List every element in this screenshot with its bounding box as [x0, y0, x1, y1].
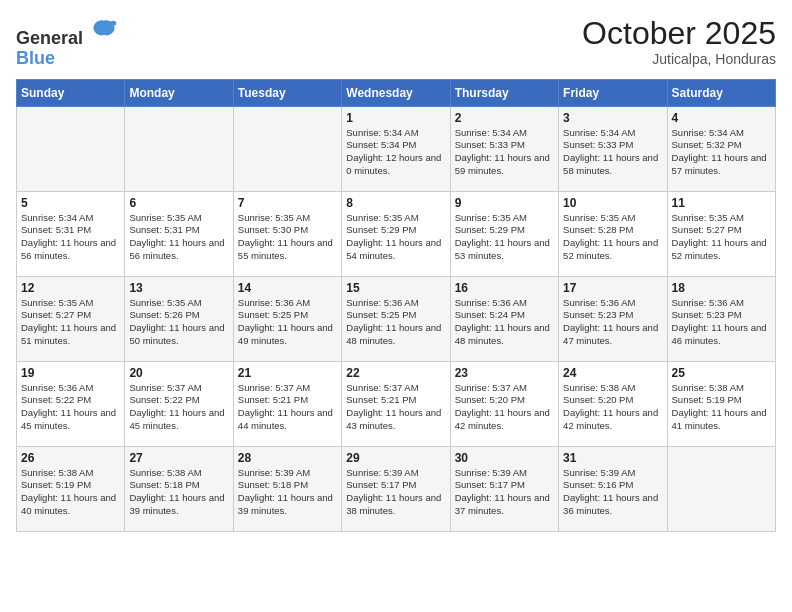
- day-number: 26: [21, 451, 120, 465]
- col-header-saturday: Saturday: [667, 79, 775, 106]
- calendar-cell: [17, 106, 125, 191]
- day-info: Sunrise: 5:38 AMSunset: 5:19 PMDaylight:…: [672, 382, 771, 433]
- day-info: Sunrise: 5:38 AMSunset: 5:20 PMDaylight:…: [563, 382, 662, 433]
- day-number: 8: [346, 196, 445, 210]
- calendar-cell: 9Sunrise: 5:35 AMSunset: 5:29 PMDaylight…: [450, 191, 558, 276]
- day-number: 12: [21, 281, 120, 295]
- calendar-cell: 12Sunrise: 5:35 AMSunset: 5:27 PMDayligh…: [17, 276, 125, 361]
- calendar-cell: 20Sunrise: 5:37 AMSunset: 5:22 PMDayligh…: [125, 361, 233, 446]
- day-number: 11: [672, 196, 771, 210]
- day-info: Sunrise: 5:39 AMSunset: 5:17 PMDaylight:…: [455, 467, 554, 518]
- calendar-cell: 22Sunrise: 5:37 AMSunset: 5:21 PMDayligh…: [342, 361, 450, 446]
- calendar-cell: 13Sunrise: 5:35 AMSunset: 5:26 PMDayligh…: [125, 276, 233, 361]
- day-info: Sunrise: 5:35 AMSunset: 5:26 PMDaylight:…: [129, 297, 228, 348]
- calendar-cell: [125, 106, 233, 191]
- day-number: 9: [455, 196, 554, 210]
- calendar-cell: 19Sunrise: 5:36 AMSunset: 5:22 PMDayligh…: [17, 361, 125, 446]
- col-header-friday: Friday: [559, 79, 667, 106]
- day-info: Sunrise: 5:36 AMSunset: 5:24 PMDaylight:…: [455, 297, 554, 348]
- calendar-cell: 23Sunrise: 5:37 AMSunset: 5:20 PMDayligh…: [450, 361, 558, 446]
- calendar-cell: 18Sunrise: 5:36 AMSunset: 5:23 PMDayligh…: [667, 276, 775, 361]
- day-info: Sunrise: 5:37 AMSunset: 5:20 PMDaylight:…: [455, 382, 554, 433]
- day-info: Sunrise: 5:37 AMSunset: 5:22 PMDaylight:…: [129, 382, 228, 433]
- day-number: 31: [563, 451, 662, 465]
- day-number: 14: [238, 281, 337, 295]
- day-info: Sunrise: 5:38 AMSunset: 5:19 PMDaylight:…: [21, 467, 120, 518]
- month-title: October 2025: [582, 16, 776, 51]
- calendar-cell: 6Sunrise: 5:35 AMSunset: 5:31 PMDaylight…: [125, 191, 233, 276]
- day-number: 2: [455, 111, 554, 125]
- col-header-monday: Monday: [125, 79, 233, 106]
- col-header-tuesday: Tuesday: [233, 79, 341, 106]
- day-number: 13: [129, 281, 228, 295]
- day-info: Sunrise: 5:39 AMSunset: 5:17 PMDaylight:…: [346, 467, 445, 518]
- calendar-cell: 29Sunrise: 5:39 AMSunset: 5:17 PMDayligh…: [342, 446, 450, 531]
- calendar-cell: 4Sunrise: 5:34 AMSunset: 5:32 PMDaylight…: [667, 106, 775, 191]
- day-info: Sunrise: 5:34 AMSunset: 5:33 PMDaylight:…: [455, 127, 554, 178]
- calendar-cell: 16Sunrise: 5:36 AMSunset: 5:24 PMDayligh…: [450, 276, 558, 361]
- week-row-1: 1Sunrise: 5:34 AMSunset: 5:34 PMDaylight…: [17, 106, 776, 191]
- calendar-cell: 28Sunrise: 5:39 AMSunset: 5:18 PMDayligh…: [233, 446, 341, 531]
- day-number: 23: [455, 366, 554, 380]
- day-number: 20: [129, 366, 228, 380]
- day-info: Sunrise: 5:35 AMSunset: 5:27 PMDaylight:…: [21, 297, 120, 348]
- location-subtitle: Juticalpa, Honduras: [582, 51, 776, 67]
- calendar-cell: 17Sunrise: 5:36 AMSunset: 5:23 PMDayligh…: [559, 276, 667, 361]
- logo-line1: General: [16, 16, 118, 49]
- day-info: Sunrise: 5:36 AMSunset: 5:23 PMDaylight:…: [563, 297, 662, 348]
- day-info: Sunrise: 5:36 AMSunset: 5:23 PMDaylight:…: [672, 297, 771, 348]
- day-info: Sunrise: 5:34 AMSunset: 5:34 PMDaylight:…: [346, 127, 445, 178]
- week-row-5: 26Sunrise: 5:38 AMSunset: 5:19 PMDayligh…: [17, 446, 776, 531]
- day-info: Sunrise: 5:35 AMSunset: 5:31 PMDaylight:…: [129, 212, 228, 263]
- day-info: Sunrise: 5:35 AMSunset: 5:29 PMDaylight:…: [455, 212, 554, 263]
- day-number: 18: [672, 281, 771, 295]
- page-header: General Blue October 2025 Juticalpa, Hon…: [16, 16, 776, 69]
- logo: General Blue: [16, 16, 118, 69]
- day-info: Sunrise: 5:35 AMSunset: 5:30 PMDaylight:…: [238, 212, 337, 263]
- logo-blue: Blue: [16, 48, 55, 68]
- logo-line2: Blue: [16, 49, 118, 69]
- day-number: 7: [238, 196, 337, 210]
- col-header-thursday: Thursday: [450, 79, 558, 106]
- day-info: Sunrise: 5:37 AMSunset: 5:21 PMDaylight:…: [346, 382, 445, 433]
- day-info: Sunrise: 5:35 AMSunset: 5:27 PMDaylight:…: [672, 212, 771, 263]
- header-row: SundayMondayTuesdayWednesdayThursdayFrid…: [17, 79, 776, 106]
- calendar-cell: 5Sunrise: 5:34 AMSunset: 5:31 PMDaylight…: [17, 191, 125, 276]
- calendar-cell: 10Sunrise: 5:35 AMSunset: 5:28 PMDayligh…: [559, 191, 667, 276]
- day-info: Sunrise: 5:34 AMSunset: 5:31 PMDaylight:…: [21, 212, 120, 263]
- day-info: Sunrise: 5:39 AMSunset: 5:16 PMDaylight:…: [563, 467, 662, 518]
- calendar-cell: 25Sunrise: 5:38 AMSunset: 5:19 PMDayligh…: [667, 361, 775, 446]
- day-info: Sunrise: 5:34 AMSunset: 5:33 PMDaylight:…: [563, 127, 662, 178]
- day-number: 24: [563, 366, 662, 380]
- calendar-cell: [667, 446, 775, 531]
- day-number: 3: [563, 111, 662, 125]
- week-row-4: 19Sunrise: 5:36 AMSunset: 5:22 PMDayligh…: [17, 361, 776, 446]
- day-info: Sunrise: 5:35 AMSunset: 5:28 PMDaylight:…: [563, 212, 662, 263]
- title-block: October 2025 Juticalpa, Honduras: [582, 16, 776, 67]
- day-number: 15: [346, 281, 445, 295]
- col-header-wednesday: Wednesday: [342, 79, 450, 106]
- day-number: 30: [455, 451, 554, 465]
- calendar-cell: 15Sunrise: 5:36 AMSunset: 5:25 PMDayligh…: [342, 276, 450, 361]
- day-number: 25: [672, 366, 771, 380]
- logo-general: General: [16, 28, 83, 48]
- calendar-cell: 1Sunrise: 5:34 AMSunset: 5:34 PMDaylight…: [342, 106, 450, 191]
- calendar-cell: 30Sunrise: 5:39 AMSunset: 5:17 PMDayligh…: [450, 446, 558, 531]
- day-info: Sunrise: 5:39 AMSunset: 5:18 PMDaylight:…: [238, 467, 337, 518]
- week-row-3: 12Sunrise: 5:35 AMSunset: 5:27 PMDayligh…: [17, 276, 776, 361]
- calendar-cell: 26Sunrise: 5:38 AMSunset: 5:19 PMDayligh…: [17, 446, 125, 531]
- logo-bird-icon: [90, 16, 118, 44]
- day-number: 22: [346, 366, 445, 380]
- calendar-cell: 27Sunrise: 5:38 AMSunset: 5:18 PMDayligh…: [125, 446, 233, 531]
- day-number: 4: [672, 111, 771, 125]
- day-info: Sunrise: 5:38 AMSunset: 5:18 PMDaylight:…: [129, 467, 228, 518]
- calendar-cell: 2Sunrise: 5:34 AMSunset: 5:33 PMDaylight…: [450, 106, 558, 191]
- day-info: Sunrise: 5:37 AMSunset: 5:21 PMDaylight:…: [238, 382, 337, 433]
- day-number: 27: [129, 451, 228, 465]
- day-number: 19: [21, 366, 120, 380]
- calendar-cell: 11Sunrise: 5:35 AMSunset: 5:27 PMDayligh…: [667, 191, 775, 276]
- day-number: 5: [21, 196, 120, 210]
- day-number: 29: [346, 451, 445, 465]
- calendar-cell: 8Sunrise: 5:35 AMSunset: 5:29 PMDaylight…: [342, 191, 450, 276]
- col-header-sunday: Sunday: [17, 79, 125, 106]
